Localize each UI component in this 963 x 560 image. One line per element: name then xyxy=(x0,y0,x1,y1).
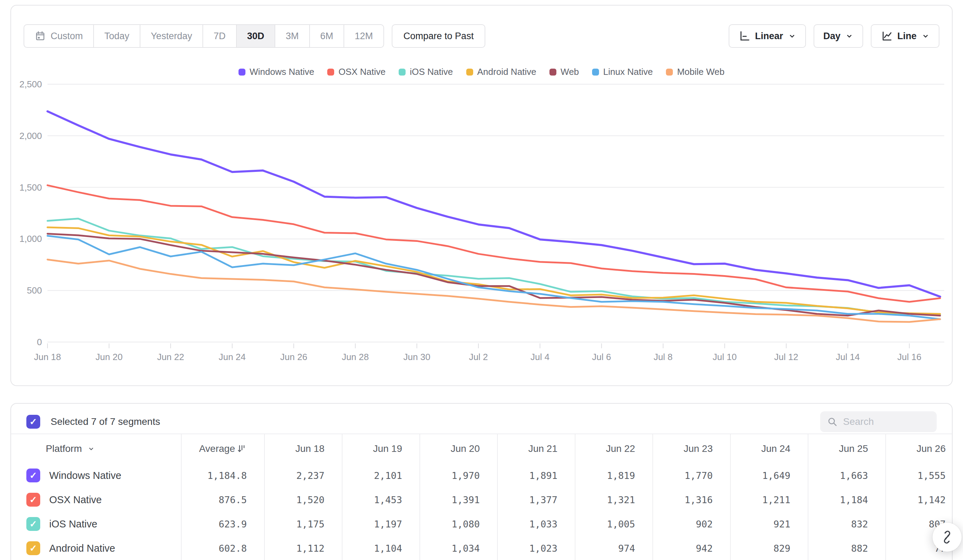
table-value-cell: 1,184.8 xyxy=(181,463,264,487)
svg-text:Jul 2: Jul 2 xyxy=(469,352,488,362)
svg-text:Jun 26: Jun 26 xyxy=(280,352,307,362)
column-header-date[interactable]: Jun 18 xyxy=(264,434,342,463)
table-value-cell: 1,184 xyxy=(808,487,885,512)
table-value-cell: 832 xyxy=(808,512,885,536)
table-value-cell: 1,033 xyxy=(497,512,575,536)
svg-text:Jun 18: Jun 18 xyxy=(34,352,61,362)
svg-text:1,500: 1,500 xyxy=(19,182,42,193)
table-value-cell: 1,970 xyxy=(420,463,497,487)
column-header-platform[interactable]: Platform xyxy=(11,434,181,463)
table-value-cell: 1,770 xyxy=(652,463,730,487)
table-value-cell: 921 xyxy=(730,512,808,536)
table-row-label[interactable]: ✓iOS Native xyxy=(11,512,181,536)
svg-text:Jun 20: Jun 20 xyxy=(96,352,123,362)
table-value-cell: 1,034 xyxy=(420,536,497,560)
segment-checkbox[interactable]: ✓ xyxy=(26,541,40,555)
table-row-label[interactable]: ✓Windows Native xyxy=(11,463,181,487)
table-value-cell: 1,197 xyxy=(342,512,420,536)
table-value-cell: 1,175 xyxy=(264,512,342,536)
column-header-date[interactable]: Jun 20 xyxy=(420,434,497,463)
svg-text:Jul 8: Jul 8 xyxy=(653,352,673,362)
svg-text:Jun 24: Jun 24 xyxy=(219,352,246,362)
table-value-cell: 1,316 xyxy=(652,487,730,512)
svg-text:1,000: 1,000 xyxy=(19,233,42,244)
segment-checkbox[interactable]: ✓ xyxy=(26,517,40,531)
svg-text:Jul 10: Jul 10 xyxy=(713,352,737,362)
table-value-cell: 623.9 xyxy=(181,512,264,536)
svg-text:Jun 30: Jun 30 xyxy=(403,352,430,362)
table-value-cell: 1,023 xyxy=(497,536,575,560)
column-header-date[interactable]: Jun 26 xyxy=(885,434,953,463)
table-row-label[interactable]: ✓OSX Native xyxy=(11,487,181,512)
table-value-cell: 602.8 xyxy=(181,536,264,560)
selected-segments-text: Selected 7 of 7 segments xyxy=(50,416,160,427)
column-header-date[interactable]: Jun 21 xyxy=(497,434,575,463)
table-value-cell: 1,555 xyxy=(885,463,953,487)
search-input[interactable] xyxy=(843,416,930,427)
svg-text:Jun 28: Jun 28 xyxy=(342,352,369,362)
table-value-cell: 1,142 xyxy=(885,487,953,512)
link-icon xyxy=(940,531,954,544)
column-header-average[interactable]: Average xyxy=(181,434,264,463)
table-value-cell: 1,649 xyxy=(730,463,808,487)
table-value-cell: 2,237 xyxy=(264,463,342,487)
svg-text:Jul 12: Jul 12 xyxy=(774,352,798,362)
column-header-date[interactable]: Jun 22 xyxy=(575,434,652,463)
line-chart[interactable]: 05001,0001,5002,0002,500Jun 18Jun 20Jun … xyxy=(11,6,952,385)
svg-text:Jul 16: Jul 16 xyxy=(898,352,921,362)
svg-text:2,500: 2,500 xyxy=(19,79,42,89)
table-value-cell: 1,520 xyxy=(264,487,342,512)
table-row-label[interactable]: ✓Android Native xyxy=(11,536,181,560)
svg-text:Jul 4: Jul 4 xyxy=(530,352,550,362)
svg-text:0: 0 xyxy=(37,337,42,347)
segments-table: PlatformAverageJun 18Jun 19Jun 20Jun 21J… xyxy=(11,434,953,560)
column-header-date[interactable]: Jun 19 xyxy=(342,434,420,463)
sort-descending-icon xyxy=(237,443,247,454)
table-value-cell: 1,080 xyxy=(420,512,497,536)
table-value-cell: 1,391 xyxy=(420,487,497,512)
column-header-date[interactable]: Jun 23 xyxy=(652,434,730,463)
table-value-cell: 876.5 xyxy=(181,487,264,512)
segments-header-bar: ✓ Selected 7 of 7 segments xyxy=(26,411,937,433)
segments-table-card: ✓ Selected 7 of 7 segments PlatformAvera… xyxy=(10,403,953,560)
table-value-cell: 2,101 xyxy=(342,463,420,487)
table-value-cell: 1,891 xyxy=(497,463,575,487)
select-all-checkbox[interactable]: ✓ xyxy=(26,415,40,429)
insights-chart-card: CustomTodayYesterday7D30D3M6M12M Compare… xyxy=(10,5,953,386)
table-value-cell: 1,104 xyxy=(342,536,420,560)
chevron-down-icon xyxy=(88,445,95,453)
share-link-button[interactable] xyxy=(932,523,961,552)
table-value-cell: 1,321 xyxy=(575,487,652,512)
svg-text:Jul 14: Jul 14 xyxy=(836,352,860,362)
table-value-cell: 829 xyxy=(730,536,808,560)
search-icon xyxy=(827,416,838,427)
table-value-cell: 1,112 xyxy=(264,536,342,560)
table-value-cell: 1,453 xyxy=(342,487,420,512)
table-value-cell: 1,211 xyxy=(730,487,808,512)
svg-text:500: 500 xyxy=(27,285,42,296)
svg-text:Jul 6: Jul 6 xyxy=(592,352,611,362)
table-value-cell: 974 xyxy=(575,536,652,560)
column-header-date[interactable]: Jun 24 xyxy=(730,434,808,463)
table-value-cell: 902 xyxy=(652,512,730,536)
table-value-cell: 1,819 xyxy=(575,463,652,487)
svg-text:Jun 22: Jun 22 xyxy=(157,352,184,362)
segment-checkbox[interactable]: ✓ xyxy=(26,493,40,507)
table-value-cell: 1,005 xyxy=(575,512,652,536)
segment-checkbox[interactable]: ✓ xyxy=(26,469,40,482)
svg-text:2,000: 2,000 xyxy=(19,131,42,141)
segment-search-box[interactable] xyxy=(820,411,937,432)
table-value-cell: 882 xyxy=(808,536,885,560)
table-value-cell: 942 xyxy=(652,536,730,560)
column-header-date[interactable]: Jun 25 xyxy=(808,434,885,463)
table-value-cell: 1,663 xyxy=(808,463,885,487)
table-value-cell: 1,377 xyxy=(497,487,575,512)
